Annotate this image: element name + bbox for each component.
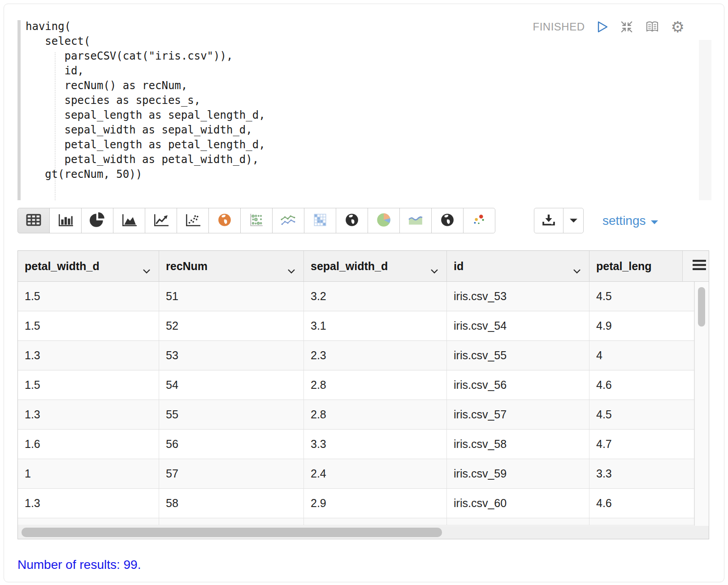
- table-cell: iris.csv_57: [447, 400, 589, 429]
- book-icon[interactable]: [645, 21, 659, 33]
- table-cell: 4.7: [589, 430, 694, 459]
- code-editor[interactable]: having( select( parseCSV(cat("iris.csv")…: [4, 4, 724, 206]
- area-chart-icon: [121, 213, 137, 228]
- table-cell: 51: [159, 282, 304, 311]
- hamburger-icon: [693, 260, 706, 273]
- table-view-button[interactable]: [17, 208, 50, 233]
- download-options-button[interactable]: [563, 208, 584, 233]
- table-cell: 4: [589, 341, 694, 370]
- settings-label: settings: [602, 214, 646, 228]
- table-cell: 3.3: [304, 430, 447, 459]
- status-badge: FINISHED: [533, 21, 585, 33]
- table-cell: 1: [18, 459, 159, 488]
- chevron-down-icon[interactable]: [430, 263, 438, 276]
- table-row: 1572.4iris.csv_593.3: [18, 459, 709, 489]
- area-chart-button[interactable]: [113, 208, 145, 233]
- pie-colored-icon: [376, 212, 391, 229]
- table-row: 1.3552.8iris.csv_574.5: [18, 400, 709, 430]
- globe-dark-2-icon: [440, 213, 455, 229]
- table-cell: 3.1: [304, 311, 447, 340]
- table-cell: 4.5: [589, 400, 694, 429]
- scatter-chart-button[interactable]: [177, 208, 209, 233]
- scatter-colored-icon: [472, 213, 486, 229]
- table-row: 1.5523.1iris.csv_544.9: [18, 311, 709, 341]
- vertical-scrollbar-thumb[interactable]: [698, 287, 705, 327]
- table-row: 1.6563.3iris.csv_584.7: [18, 430, 709, 459]
- result-table: petal_width_d recNum sepal_width_d id pe…: [17, 250, 709, 539]
- table-cell: 2.3: [304, 341, 447, 370]
- chevron-down-icon[interactable]: [287, 263, 295, 276]
- table-cell: 3.3: [589, 459, 694, 488]
- scatter-colored-button[interactable]: [463, 208, 495, 233]
- bubble-grid-button[interactable]: [240, 208, 273, 233]
- table-row: 1.5542.8iris.csv_564.6: [18, 370, 709, 400]
- table-cell: 2.9: [304, 489, 447, 518]
- column-label: sepal_width_d: [311, 260, 388, 273]
- column-header-id[interactable]: id: [447, 251, 589, 281]
- column-label: recNum: [166, 260, 208, 273]
- table-cell: iris.csv_53: [447, 282, 589, 311]
- settings-caret-icon: [650, 214, 659, 228]
- settings-dropdown[interactable]: settings: [602, 214, 659, 228]
- table-cell: 4.5: [589, 282, 694, 311]
- table-body: 1.5513.2iris.csv_534.51.5523.1iris.csv_5…: [18, 282, 709, 518]
- pie-colored-button[interactable]: [368, 208, 400, 233]
- gear-icon[interactable]: ⚙: [671, 20, 685, 34]
- viz-toolbar: settings: [17, 208, 659, 233]
- paragraph-container: having( select( parseCSV(cat("iris.csv")…: [4, 4, 724, 582]
- multi-line-chart-icon: [280, 213, 297, 228]
- table-menu-button[interactable]: [683, 251, 709, 281]
- area-colored-button[interactable]: [399, 208, 432, 233]
- vertical-scrollbar[interactable]: [694, 282, 709, 526]
- chevron-down-icon[interactable]: [573, 263, 581, 276]
- table-cell: iris.csv_55: [447, 341, 589, 370]
- table-cell: 2.4: [304, 459, 447, 488]
- heatmap-button[interactable]: [304, 208, 336, 233]
- code-text[interactable]: having( select( parseCSV(cat("iris.csv")…: [26, 19, 265, 182]
- table-row: 1.3532.3iris.csv_554: [18, 341, 709, 370]
- table-cell: 57: [159, 459, 304, 488]
- download-icon: [541, 213, 556, 228]
- pie-chart-icon: [89, 212, 106, 229]
- map-view-button[interactable]: [208, 208, 241, 233]
- column-label: petal_width_d: [25, 260, 100, 273]
- table-row: 1.5513.2iris.csv_534.5: [18, 282, 709, 311]
- table-cell: iris.csv_56: [447, 370, 589, 400]
- table-cell: 55: [159, 400, 304, 429]
- table-cell: 1.6: [18, 430, 159, 459]
- table-cell: 1.3: [18, 400, 159, 429]
- bar-chart-button[interactable]: [49, 208, 82, 233]
- globe-view-button[interactable]: [336, 208, 368, 233]
- area-colored-icon: [407, 213, 424, 228]
- table-row: 1.3582.9iris.csv_604.6: [18, 489, 709, 518]
- results-count-text: Number of results: 99.: [17, 558, 141, 572]
- caret-down-icon: [569, 217, 578, 225]
- download-button[interactable]: [534, 208, 563, 233]
- table-cell: 1.3: [18, 341, 159, 370]
- horizontal-scrollbar-thumb[interactable]: [22, 528, 442, 537]
- column-header-petal-width[interactable]: petal_width_d: [18, 251, 159, 281]
- table-cell: 54: [159, 370, 304, 400]
- table-partial-row: [18, 518, 709, 525]
- table-cell: 52: [159, 311, 304, 340]
- column-header-recnum[interactable]: recNum: [159, 251, 304, 281]
- chevron-down-icon[interactable]: [143, 263, 151, 276]
- bar-chart-icon: [57, 213, 74, 228]
- table-cell: 56: [159, 430, 304, 459]
- heatmap-grid-icon: [313, 213, 327, 229]
- collapse-icon[interactable]: [620, 20, 633, 34]
- column-header-sepal-width[interactable]: sepal_width_d: [304, 251, 447, 281]
- table-cell: 53: [159, 341, 304, 370]
- pie-chart-button[interactable]: [81, 208, 113, 233]
- globe-view-2-button[interactable]: [431, 208, 464, 233]
- multi-line-chart-button[interactable]: [272, 208, 304, 233]
- horizontal-scrollbar[interactable]: [18, 526, 709, 539]
- line-chart-button[interactable]: [145, 208, 177, 233]
- editor-gutter: [17, 20, 21, 200]
- map-globe-orange-icon: [217, 213, 232, 229]
- line-chart-icon: [153, 213, 169, 228]
- editor-scrollbar[interactable]: [699, 40, 711, 200]
- play-icon[interactable]: [597, 21, 608, 33]
- column-header-petal-length[interactable]: petal_leng: [589, 251, 683, 281]
- paragraph-controls: FINISHED ⚙: [533, 20, 685, 34]
